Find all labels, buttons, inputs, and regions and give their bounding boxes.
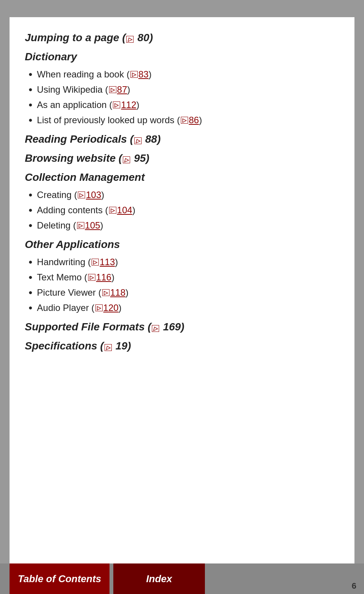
pageref-file-formats[interactable]: 169 [163, 321, 181, 333]
heading-dictionary: Dictionary [25, 51, 339, 63]
entry-other-apps: Other Applications Handwriting (▷ 113) T… [25, 238, 339, 314]
arrow-icon: ▷ [152, 325, 159, 332]
list-item: Using Wikipedia (▷ 87) [29, 84, 339, 96]
index-button[interactable]: Index [113, 563, 205, 594]
pageref-periodicals[interactable]: 88 [145, 133, 157, 145]
list-item: Audio Player (▷ 120) [29, 302, 339, 314]
entry-collection: Collection Management Creating (▷ 103) A… [25, 171, 339, 232]
list-dictionary: When reading a book (▷ 83) Using Wikiped… [25, 68, 339, 126]
arrow-jumping: ▷ [126, 36, 134, 43]
heading-other-apps: Other Applications [25, 238, 339, 251]
arrow-icon: ▷ [102, 289, 110, 296]
arrow-icon: ▷ [95, 304, 103, 311]
list-item: When reading a book (▷ 83) [29, 68, 339, 80]
pageref[interactable]: 87 [117, 84, 127, 95]
list-item: Deleting (▷ 105) [29, 219, 339, 232]
arrow-icon: ▷ [134, 137, 142, 144]
pageref[interactable]: 103 [86, 190, 101, 200]
entry-dictionary: Dictionary When reading a book (▷ 83) Us… [25, 51, 339, 126]
pageref[interactable]: 116 [96, 272, 111, 283]
arrow-icon: ▷ [88, 274, 95, 281]
arrow-icon: ▷ [123, 156, 130, 163]
list-item: Creating (▷ 103) [29, 189, 339, 201]
list-item: Handwriting (▷ 113) [29, 256, 339, 268]
heading-browsing: Browsing website (▷ 95) [25, 152, 339, 164]
pageref[interactable]: 83 [139, 69, 149, 80]
entry-periodicals: Reading Periodicals (▷ 88) [25, 133, 339, 145]
heading-file-formats: Supported File Formats (▷ 169) [25, 321, 339, 333]
list-item: List of previously looked up words (▷ 86… [29, 114, 339, 126]
pageref[interactable]: 118 [110, 287, 126, 298]
list-item: Text Memo (▷ 116) [29, 271, 339, 283]
pageref[interactable]: 112 [121, 100, 136, 110]
arrow-icon: ▷ [77, 222, 84, 229]
toc-button[interactable]: Table of Contents [10, 563, 110, 594]
arrow-icon: ▷ [109, 207, 116, 214]
entry-file-formats: Supported File Formats (▷ 169) [25, 321, 339, 333]
heading-collection: Collection Management [25, 171, 339, 184]
pageref[interactable]: 104 [117, 205, 132, 216]
arrow-icon: ▷ [92, 259, 99, 266]
arrow-icon: ▷ [181, 117, 188, 124]
entry-browsing: Browsing website (▷ 95) [25, 152, 339, 164]
page-content: Jumping to a page (▷ 80) Dictionary When… [10, 17, 354, 573]
arrow-icon: ▷ [105, 344, 112, 351]
pageref[interactable]: 86 [189, 115, 199, 126]
pageref-specifications[interactable]: 19 [116, 340, 127, 352]
pageref[interactable]: 120 [103, 303, 119, 313]
bottom-bar: Table of Contents Index [0, 563, 364, 594]
toc-button-label: Table of Contents [18, 573, 101, 585]
list-item: Picture Viewer (▷ 118) [29, 287, 339, 299]
heading-periodicals: Reading Periodicals (▷ 88) [25, 133, 339, 145]
arrow-icon: ▷ [78, 192, 85, 198]
list-other-apps: Handwriting (▷ 113) Text Memo (▷ 116) Pi… [25, 256, 339, 314]
arrow-icon: ▷ [113, 101, 120, 108]
arrow-icon: ▷ [109, 86, 116, 93]
pageref[interactable]: 113 [100, 257, 115, 267]
list-item: Adding contents (▷ 104) [29, 204, 339, 216]
list-collection: Creating (▷ 103) Adding contents (▷ 104)… [25, 189, 339, 232]
pageref[interactable]: 105 [85, 220, 100, 231]
arrow-icon: ▷ [130, 71, 138, 78]
pageref-jumping[interactable]: 80 [137, 32, 149, 43]
entry-jumping: Jumping to a page (▷ 80) [25, 32, 339, 44]
index-button-label: Index [146, 573, 172, 585]
heading-specifications: Specifications (▷ 19) [25, 340, 339, 352]
page-number: 6 [352, 581, 356, 591]
heading-jumping: Jumping to a page (▷ 80) [25, 32, 339, 44]
list-item: As an application (▷ 112) [29, 99, 339, 111]
entry-specifications: Specifications (▷ 19) [25, 340, 339, 352]
pageref-browsing[interactable]: 95 [134, 152, 146, 164]
